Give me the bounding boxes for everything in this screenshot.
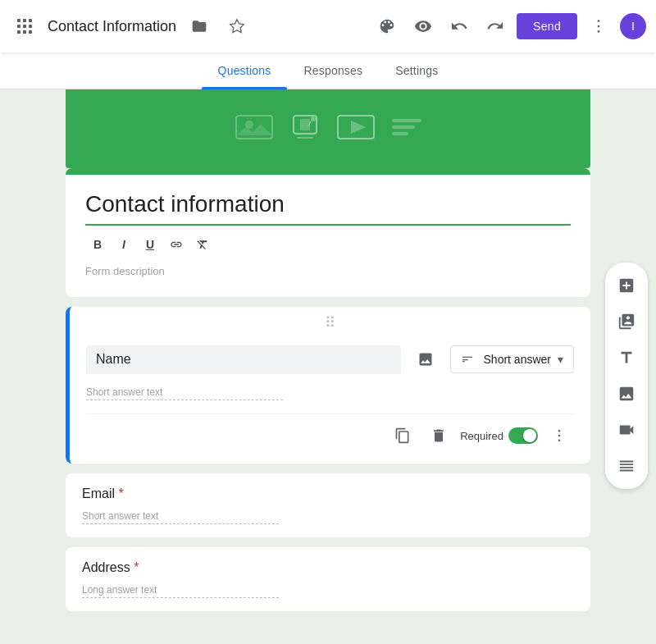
svg-rect-23 xyxy=(392,132,408,135)
svg-rect-2 xyxy=(29,19,32,22)
right-toolbar xyxy=(605,263,648,489)
question-name-input[interactable] xyxy=(86,345,401,374)
star-icon[interactable] xyxy=(222,11,252,41)
question-actions: Required xyxy=(86,413,574,450)
add-section-button[interactable] xyxy=(610,450,643,482)
delete-question-button[interactable] xyxy=(424,421,453,450)
link-button[interactable] xyxy=(164,232,189,257)
question-card-email: Email * Short answer text xyxy=(66,473,590,537)
question-type-label: Short answer xyxy=(484,353,551,366)
underline-button[interactable]: U xyxy=(138,232,162,257)
tab-responses[interactable]: Responses xyxy=(287,53,379,89)
grid-menu-icon[interactable] xyxy=(10,11,39,41)
required-group: Required xyxy=(460,427,538,444)
toggle-knob xyxy=(523,429,536,442)
topbar: Contact Information xyxy=(0,0,656,53)
folder-icon[interactable] xyxy=(184,11,214,41)
svg-point-18 xyxy=(311,116,316,121)
svg-rect-8 xyxy=(29,30,32,34)
drag-handle[interactable]: ⠿ xyxy=(70,307,590,331)
form-title[interactable]: Contact information xyxy=(85,191,571,226)
tab-settings[interactable]: Settings xyxy=(379,53,454,89)
svg-rect-1 xyxy=(23,19,26,22)
main-content: Contact information B I U Form descripti… xyxy=(0,89,656,641)
more-options-question-button[interactable] xyxy=(544,421,574,450)
required-label: Required xyxy=(460,430,503,442)
svg-rect-5 xyxy=(29,25,32,28)
form-title-card: Contact information B I U Form descripti… xyxy=(66,168,590,297)
svg-rect-6 xyxy=(17,30,20,34)
add-image-to-question-button[interactable] xyxy=(411,345,440,374)
svg-point-12 xyxy=(598,30,600,33)
svg-rect-0 xyxy=(17,19,20,22)
form-description[interactable]: Form description xyxy=(85,265,571,277)
svg-marker-20 xyxy=(351,121,366,134)
svg-point-26 xyxy=(558,440,561,442)
short-answer-placeholder: Short answer text xyxy=(86,384,283,400)
undo-icon[interactable] xyxy=(444,11,474,41)
redo-icon[interactable] xyxy=(481,11,510,41)
add-title-button[interactable] xyxy=(610,341,643,374)
svg-point-10 xyxy=(598,20,600,22)
italic-button[interactable]: I xyxy=(112,232,136,257)
add-question-button[interactable] xyxy=(610,269,643,302)
email-answer-placeholder: Short answer text xyxy=(82,508,279,524)
banner-icon-1 xyxy=(235,112,274,145)
avatar[interactable]: I xyxy=(620,13,646,39)
email-field-label: Email * xyxy=(82,486,574,501)
address-field-label: Address * xyxy=(82,560,574,575)
more-options-icon[interactable] xyxy=(584,11,613,41)
import-questions-button[interactable] xyxy=(610,305,643,338)
form-banner xyxy=(66,89,590,168)
email-required-star: * xyxy=(115,486,124,500)
question-type-dropdown[interactable]: Short answer ▾ xyxy=(450,345,574,373)
question-top: Short answer ▾ xyxy=(86,345,574,374)
svg-rect-3 xyxy=(17,25,20,28)
add-video-button[interactable] xyxy=(610,413,643,446)
svg-point-24 xyxy=(558,430,561,432)
address-required-star: * xyxy=(130,560,139,574)
svg-point-25 xyxy=(558,435,561,437)
banner-icon-3 xyxy=(336,112,376,145)
required-toggle[interactable] xyxy=(508,427,538,444)
banner-icon-4 xyxy=(392,119,421,139)
topbar-right: Send I xyxy=(372,11,646,41)
eye-icon[interactable] xyxy=(408,11,438,41)
dropdown-chevron: ▾ xyxy=(558,353,563,366)
clear-format-button[interactable] xyxy=(190,232,215,257)
svg-rect-4 xyxy=(23,25,26,28)
svg-rect-7 xyxy=(23,30,26,34)
svg-rect-21 xyxy=(392,119,421,122)
app-title: Contact Information xyxy=(48,18,176,35)
banner-icon-2 xyxy=(290,112,320,145)
bold-button[interactable]: B xyxy=(85,232,110,257)
formatting-bar: B I U xyxy=(85,232,571,257)
svg-rect-16 xyxy=(297,137,313,139)
tabs-bar: Questions Responses Settings xyxy=(0,53,656,89)
topbar-left: Contact Information xyxy=(10,11,372,41)
tab-questions[interactable]: Questions xyxy=(202,53,288,89)
question-card-address: Address * Long answer text xyxy=(66,547,590,611)
palette-icon[interactable] xyxy=(372,11,402,41)
address-answer-placeholder: Long answer text xyxy=(82,582,279,598)
svg-rect-22 xyxy=(392,126,415,129)
duplicate-question-button[interactable] xyxy=(388,421,417,450)
add-image-button[interactable] xyxy=(610,377,643,410)
svg-point-11 xyxy=(598,25,600,28)
send-button[interactable]: Send xyxy=(517,13,577,39)
svg-marker-9 xyxy=(230,20,244,33)
question-card-name: ⠿ Short answer ▾ Short answer text xyxy=(66,307,590,464)
